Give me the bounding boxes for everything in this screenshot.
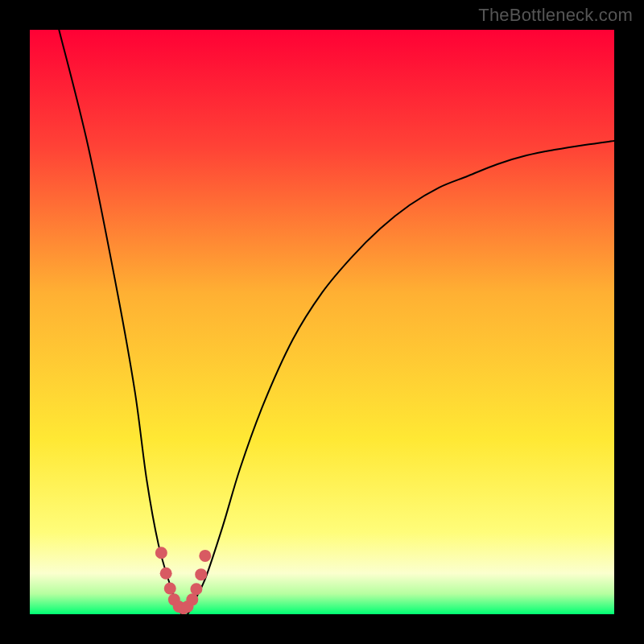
optimal-dot: [195, 568, 207, 580]
optimal-dot: [190, 583, 202, 595]
optimal-dot: [160, 568, 172, 580]
bottleneck-chart: [30, 30, 614, 614]
optimal-dot: [199, 550, 211, 562]
gradient-background: [30, 30, 614, 614]
optimal-dot: [164, 583, 176, 595]
optimal-dot: [155, 547, 167, 559]
outer-frame: TheBottleneck.com: [0, 0, 644, 644]
plot-area: [30, 30, 614, 614]
optimal-dot: [186, 593, 198, 605]
watermark-text: TheBottleneck.com: [478, 5, 633, 26]
